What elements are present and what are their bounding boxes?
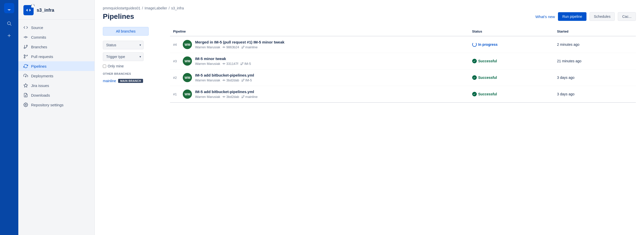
pipeline-info-cell: WM Merged in IM-5 (pull request #1) IM-5… xyxy=(180,36,469,53)
only-mine-label[interactable]: Only mine xyxy=(103,64,124,68)
commit-info: 331147f xyxy=(222,62,238,66)
pipeline-started-cell: 3 days ago xyxy=(554,69,636,86)
status-label: Successful xyxy=(478,59,497,63)
sidebar-item-commits[interactable]: Commits xyxy=(18,32,94,42)
repo-name: s3_infra xyxy=(37,8,54,13)
pipeline-table: Pipeline Status Started #4 WM Merged in … xyxy=(170,27,636,110)
sidebar: s3_infra Source Commits Branches Pull re… xyxy=(18,0,95,235)
breadcrumb-repo[interactable]: ImageLabeller xyxy=(145,6,167,10)
status-badge: In progress xyxy=(472,42,551,47)
svg-point-0 xyxy=(7,22,10,25)
status-label: Successful xyxy=(478,92,497,96)
whats-new-link[interactable]: What's new xyxy=(535,14,555,19)
check-icon xyxy=(472,75,477,80)
app-logo[interactable] xyxy=(4,3,14,13)
cache-button[interactable]: Cac... xyxy=(618,12,636,21)
run-pipeline-button[interactable]: Run pipeline xyxy=(558,12,586,21)
page-header-actions: What's new Run pipeline Schedules Cac... xyxy=(535,12,636,21)
svg-point-29 xyxy=(241,64,242,65)
sidebar-header: s3_infra xyxy=(18,0,94,20)
status-filter[interactable]: Status xyxy=(103,41,144,49)
right-panel: Pipeline Status Started #4 WM Merged in … xyxy=(170,27,636,110)
branch-info: mainline xyxy=(241,95,258,99)
sidebar-item-downloads[interactable]: Downloads xyxy=(18,90,94,100)
status-badge: Successful xyxy=(472,92,551,96)
only-mine-checkbox[interactable] xyxy=(103,65,106,68)
pipeline-status-cell: Successful xyxy=(469,86,554,103)
schedules-button[interactable]: Schedules xyxy=(590,12,615,21)
pipeline-meta: Warren Marusiak 331147f IM-5 xyxy=(195,62,466,66)
commit-info: 3bd2dab xyxy=(222,95,239,99)
pipeline-num: #1 xyxy=(170,86,180,103)
svg-marker-15 xyxy=(24,84,28,87)
sidebar-item-branches[interactable]: Branches xyxy=(18,42,94,52)
content-layout: All branches Status Trigger type xyxy=(103,27,636,110)
table-row[interactable]: #1 WM IM-5 add bitbucket-pipelines.yml W… xyxy=(170,86,636,103)
pipeline-title[interactable]: IM-5 minor tweak xyxy=(195,56,466,61)
pipeline-title[interactable]: IM-5 add bitbucket-pipelines.yml xyxy=(195,73,466,77)
svg-point-23 xyxy=(242,48,242,48)
pipeline-info: WM IM-5 add bitbucket-pipelines.yml Warr… xyxy=(183,90,466,99)
table-row[interactable]: #3 WM IM-5 minor tweak Warren Marusiak 3… xyxy=(170,53,636,69)
started-text: 2 minutes ago xyxy=(557,42,579,47)
main-content: pmmquickstartguides01 / ImageLabeller / … xyxy=(95,0,644,235)
pipeline-title[interactable]: Merged in IM-5 (pull request #1) IM-5 mi… xyxy=(195,40,466,44)
started-col-header: Started xyxy=(554,27,636,36)
pipeline-details: IM-5 minor tweak Warren Marusiak 331147f… xyxy=(195,56,466,66)
in-progress-icon xyxy=(472,42,477,47)
status-trigger-row: Status Trigger type Only mine xyxy=(103,41,164,68)
other-branches-label: OTHER BRANCHES xyxy=(103,72,164,75)
svg-point-10 xyxy=(24,47,25,49)
breadcrumb: pmmquickstartguides01 / ImageLabeller / … xyxy=(103,6,636,10)
pipeline-status-cell: In progress xyxy=(469,36,554,53)
sidebar-item-repository-settings[interactable]: Repository settings xyxy=(18,100,94,110)
sidebar-item-jira-issues[interactable]: Jira issues xyxy=(18,81,94,90)
pipeline-author: Warren Marusiak xyxy=(195,62,220,66)
pipeline-status-cell: Successful xyxy=(469,69,554,86)
pipeline-col-header: Pipeline xyxy=(170,27,469,36)
sidebar-item-pipelines[interactable]: Pipelines xyxy=(18,61,94,71)
table-row[interactable]: #2 WM IM-5 add bitbucket-pipelines.yml W… xyxy=(170,69,636,86)
sidebar-item-pull-requests[interactable]: Pull requests xyxy=(18,52,94,61)
breadcrumb-current[interactable]: s3_infra xyxy=(171,6,184,10)
pipeline-meta: Warren Marusiak 3bd2dab IM-5 xyxy=(195,78,466,82)
pipeline-info-cell: WM IM-5 minor tweak Warren Marusiak 3311… xyxy=(180,53,469,69)
pipeline-details: Merged in IM-5 (pull request #1) IM-5 mi… xyxy=(195,40,466,49)
pipeline-info: WM Merged in IM-5 (pull request #1) IM-5… xyxy=(183,40,466,49)
pipeline-started-cell: 2 minutes ago xyxy=(554,36,636,53)
svg-point-28 xyxy=(242,63,243,63)
status-filter-wrapper: Status xyxy=(103,41,144,49)
page-title: Pipelines xyxy=(103,12,134,21)
sidebar-item-source[interactable]: Source xyxy=(18,23,94,32)
status-label: In progress xyxy=(478,42,498,47)
svg-point-17 xyxy=(25,104,26,106)
create-icon-bar[interactable] xyxy=(4,31,14,41)
pipeline-author: Warren Marusiak xyxy=(195,45,220,49)
search-icon-bar[interactable] xyxy=(4,18,14,28)
svg-point-24 xyxy=(223,63,224,64)
branch-info: IM-5 xyxy=(240,62,251,66)
status-badge: Successful xyxy=(472,75,551,80)
left-panel: All branches Status Trigger type xyxy=(103,27,164,110)
all-branches-button[interactable]: All branches xyxy=(103,27,149,36)
status-badge: Successful xyxy=(472,59,551,63)
avatar: WM xyxy=(183,56,192,66)
pipeline-num: #4 xyxy=(170,36,180,53)
started-text: 21 minutes ago xyxy=(557,59,581,63)
mainline-branch-link[interactable]: mainline xyxy=(103,79,116,83)
svg-point-22 xyxy=(243,46,244,47)
sidebar-item-deployments[interactable]: Deployments xyxy=(18,71,94,81)
avatar: WM xyxy=(183,40,192,49)
started-text: 3 days ago xyxy=(557,92,575,96)
table-row[interactable]: #4 WM Merged in IM-5 (pull request #1) I… xyxy=(170,36,636,53)
breadcrumb-org[interactable]: pmmquickstartguides01 xyxy=(103,6,141,10)
pipeline-info: WM IM-5 add bitbucket-pipelines.yml Warr… xyxy=(183,73,466,82)
avatar: WM xyxy=(183,90,192,99)
pipeline-title[interactable]: IM-5 add bitbucket-pipelines.yml xyxy=(195,90,466,94)
pipeline-info: WM IM-5 minor tweak Warren Marusiak 3311… xyxy=(183,56,466,66)
pipeline-info-cell: WM IM-5 add bitbucket-pipelines.yml Warr… xyxy=(180,69,469,86)
svg-point-9 xyxy=(26,45,27,46)
trigger-type-filter[interactable]: Trigger type xyxy=(103,52,144,61)
started-text: 3 days ago xyxy=(557,76,575,80)
svg-point-12 xyxy=(24,57,25,58)
